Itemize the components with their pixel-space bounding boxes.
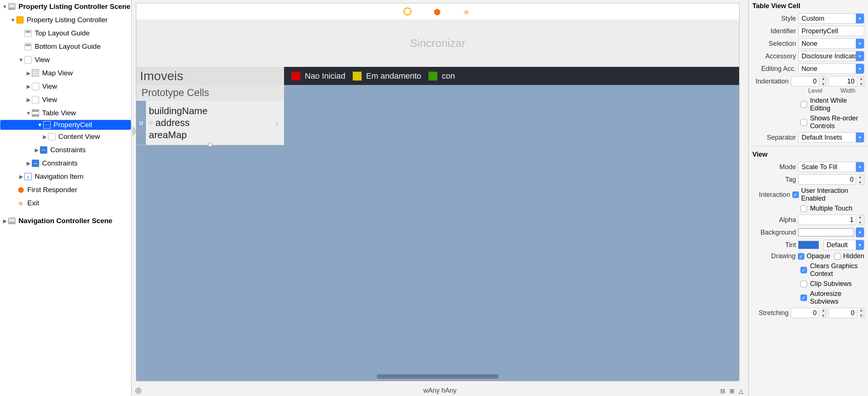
mode-select[interactable]: Scale To Fill▾: [798, 162, 864, 172]
imoveis-title: Imoveis: [136, 67, 284, 85]
outline-view[interactable]: ▼ View: [0, 53, 131, 66]
label-tag: Tag: [752, 176, 796, 184]
outline-exit[interactable]: ⎆ Exit: [0, 197, 131, 210]
resize-handle[interactable]: [208, 143, 212, 147]
shows-reorder-checkbox[interactable]: [800, 119, 807, 126]
tint-select[interactable]: Default▾: [823, 240, 864, 250]
disclosure-triangle-icon[interactable]: ▶: [26, 83, 31, 89]
storyboard-canvas: ⌄ ⬢ ⎆ Sincronizar Imoveis Nao Iniciad Em…: [131, 0, 748, 396]
indent-width-stepper[interactable]: [860, 76, 864, 86]
hidden-checkbox[interactable]: [834, 253, 841, 260]
outline-view3[interactable]: ▶ View: [0, 93, 131, 106]
prototype-cell[interactable]: U buildingName ⌖address areaMap ›: [136, 101, 284, 145]
background-colorwell[interactable]: [798, 228, 854, 236]
disclosure-triangle-icon[interactable]: ▼: [18, 57, 24, 63]
style-select[interactable]: Custom▾: [798, 13, 864, 24]
exit-icon: ⎆: [16, 199, 25, 208]
disclosure-triangle-icon[interactable]: ▶: [42, 134, 47, 140]
mapview-icon: [32, 69, 39, 77]
user-interaction-checkbox[interactable]: [792, 191, 799, 198]
accessory-select[interactable]: Disclosure Indicator▾: [798, 51, 864, 61]
label-background: Background: [752, 229, 796, 236]
indent-width-field[interactable]: 10: [828, 76, 857, 86]
dropdown-arrow-icon: ▾: [856, 64, 864, 74]
outline-top-layout-guide[interactable]: Top Layout Guide: [0, 27, 131, 40]
outline-bottom-layout-guide[interactable]: Bottom Layout Guide: [0, 40, 131, 53]
label-style: Style: [752, 15, 796, 23]
outline-mapview[interactable]: ▶ Map View: [0, 66, 131, 80]
indent-level-field[interactable]: 0: [791, 76, 819, 86]
canvas-target-icon[interactable]: ◎: [135, 386, 141, 395]
resolve-tool-icon[interactable]: △: [739, 388, 743, 395]
indent-level-stepper[interactable]: [821, 76, 826, 86]
stretch-y-stepper[interactable]: [860, 308, 864, 318]
multiple-touch-checkbox[interactable]: [800, 205, 807, 212]
dropdown-arrow-icon: ▾: [856, 240, 864, 250]
tint-colorwell[interactable]: [798, 241, 819, 249]
scene-icon: [8, 3, 16, 10]
prototype-cells-header: Prototype Cells: [136, 85, 284, 101]
scene-view[interactable]: ⬢ ⎆ Sincronizar Imoveis Nao Iniciad Em a…: [136, 3, 739, 381]
selection-select[interactable]: None▾: [798, 38, 864, 49]
sync-button-placeholder[interactable]: Sincronizar: [136, 20, 739, 67]
label-mode: Mode: [752, 163, 796, 171]
navigationitem-icon: [24, 173, 32, 180]
tableview-preview[interactable]: Prototype Cells U buildingName ⌖address …: [136, 85, 284, 145]
clears-graphics-checkbox[interactable]: [800, 267, 807, 273]
outline-tableview[interactable]: ▼ Table View: [0, 106, 131, 120]
constraints-icon: [40, 146, 47, 154]
disclosure-triangle-icon[interactable]: ▶: [26, 70, 31, 76]
outline-scene[interactable]: ▼ Property Listing Controller Scene: [0, 0, 131, 13]
outline-navitem[interactable]: ▶ Navigation Item: [0, 170, 131, 183]
layoutguide-icon: [24, 30, 32, 37]
view-icon: [48, 133, 55, 140]
outline-contentview[interactable]: ▶ Content View: [0, 130, 131, 143]
stretch-x-stepper[interactable]: [821, 308, 826, 318]
alpha-stepper[interactable]: [858, 215, 864, 225]
autoresize-checkbox[interactable]: [800, 294, 807, 301]
disclosure-triangle-icon[interactable]: ▼: [37, 122, 42, 128]
horizontal-scrollbar[interactable]: [377, 374, 499, 379]
disclosure-triangle-icon[interactable]: ▶: [2, 218, 7, 224]
outline-constraints[interactable]: ▶ Constraints: [0, 143, 131, 157]
scene-titlebar[interactable]: ⬢ ⎆: [136, 3, 739, 20]
dropdown-arrow-icon: ▾: [856, 133, 864, 142]
separator-select[interactable]: Default Insets▾: [798, 132, 864, 143]
disclosure-triangle-icon[interactable]: ▶: [18, 174, 24, 180]
disclosure-indicator-icon: ›: [269, 117, 284, 129]
outline-view2[interactable]: ▶ View: [0, 80, 131, 93]
identifier-field[interactable]: PropertyCell: [798, 26, 864, 36]
tag-stepper[interactable]: [858, 174, 864, 185]
legend-swatch-green: [428, 72, 437, 81]
tag-field[interactable]: 0: [798, 174, 856, 185]
outline-firstresponder[interactable]: ⬢ First Responder: [0, 183, 131, 197]
label-selection: Selection: [752, 40, 796, 48]
background-color-select[interactable]: ▾: [856, 227, 864, 238]
disclosure-triangle-icon[interactable]: ▶: [26, 160, 31, 166]
size-class-control[interactable]: wAny hAny: [423, 387, 457, 395]
alpha-field[interactable]: 1: [798, 215, 856, 225]
opaque-checkbox[interactable]: [798, 253, 804, 260]
clip-subviews-checkbox[interactable]: [800, 281, 807, 287]
legend-swatch-red: [291, 72, 300, 81]
pin-tool-icon[interactable]: ⊞: [729, 388, 734, 395]
editing-acc-select[interactable]: None▾: [798, 64, 864, 74]
outline-viewcontroller[interactable]: ▼ Property Listing Controller: [0, 13, 131, 27]
tablecell-icon: [43, 121, 51, 129]
areamap-label: areaMap: [149, 129, 269, 141]
disclosure-triangle-icon[interactable]: ▶: [34, 147, 39, 153]
disclosure-triangle-icon[interactable]: ▼: [10, 17, 16, 23]
align-tool-icon[interactable]: ⊟: [720, 388, 725, 395]
outline-propertycell[interactable]: ▼ PropertyCell: [0, 120, 131, 130]
outline-constraints2[interactable]: ▶ Constraints: [0, 157, 131, 170]
stretch-y-field[interactable]: 0: [828, 308, 857, 318]
indent-while-editing-checkbox[interactable]: [800, 101, 807, 108]
outline-navcontroller-scene[interactable]: ▶ Navigation Controller Scene: [0, 214, 131, 228]
disclosure-triangle-icon[interactable]: ▼: [2, 4, 7, 10]
stretch-x-field[interactable]: 0: [791, 308, 819, 318]
address-label: address: [156, 117, 190, 129]
attributes-inspector: Table View Cell Style Custom▾ Identifier…: [748, 0, 868, 396]
disclosure-triangle-icon[interactable]: ▶: [26, 97, 31, 103]
section-header-view: View: [749, 148, 868, 161]
disclosure-triangle-icon[interactable]: ▼: [26, 110, 31, 116]
